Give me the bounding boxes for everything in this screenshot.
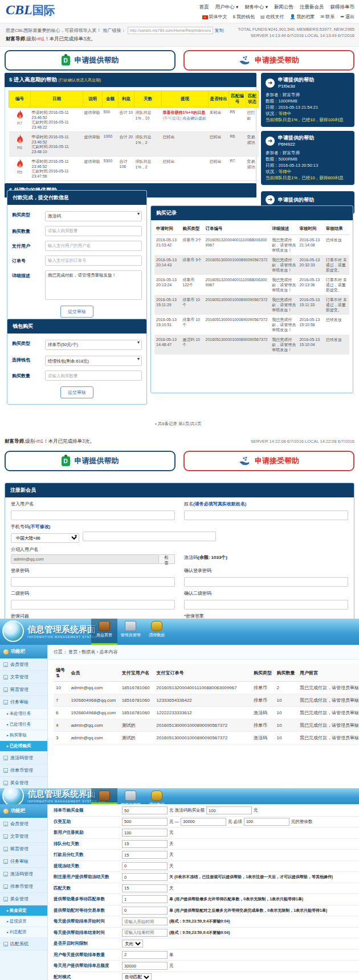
secondary-password-confirm-input[interactable] <box>184 600 348 610</box>
sidebar-subitem-active[interactable]: 奖金设定 <box>0 905 47 916</box>
settings-input[interactable] <box>206 806 252 814</box>
sidebar-item[interactable]: ▤匹配系统 <box>0 938 47 950</box>
secondary-password-input[interactable] <box>11 600 175 610</box>
provide-help-button[interactable]: D 申请提供帮助 <box>5 50 176 71</box>
settings-input[interactable] <box>122 884 168 892</box>
settings-input[interactable] <box>122 951 168 959</box>
sidebar-item[interactable]: ▤留言管理 <box>0 683 47 696</box>
sidebar-item[interactable]: ▤奖金管理 <box>0 777 47 789</box>
accept-help-button[interactable]: 申请接受帮助 <box>183 50 354 71</box>
settings-input[interactable] <box>122 806 168 814</box>
settings-input[interactable] <box>181 818 226 826</box>
clipboard-icon: D <box>62 56 70 65</box>
subnav-item[interactable]: $我的钱包 <box>233 14 255 20</box>
sidebar-item[interactable]: ▤文章管理 <box>0 671 47 683</box>
nav-item[interactable]: 获得排单币 <box>331 4 355 11</box>
wallet-type-select[interactable]: 排单币(50元/个) <box>45 340 142 350</box>
promo-link-input[interactable] <box>128 27 213 34</box>
username-input[interactable] <box>11 510 175 520</box>
table-row: 2016-05-13 21:03:42排单币 2个201605132000400… <box>154 235 349 256</box>
sidebar-item[interactable]: ▤奖金管理 <box>0 893 47 905</box>
toolbar-item-2[interactable]: 清理数据 <box>144 788 170 804</box>
sidebar-item[interactable]: ▤排单币管理 <box>0 764 47 777</box>
site-logo[interactable]: CBL国际 <box>6 2 55 18</box>
sidebar-item[interactable]: ▤会员管理 <box>0 658 47 671</box>
settings-unit: 元 激活码购买金额 <box>169 808 205 813</box>
doc-icon: ▤ <box>3 675 8 680</box>
admin-header-1: 信息管理系统界面INFORMATION MANAGEMENT SYSTEM GU… <box>0 619 359 645</box>
settings-select[interactable]: 自动匹配 <box>122 973 152 980</box>
sidebar-subitem[interactable]: 提现设置 <box>0 916 47 927</box>
password-confirm-input[interactable] <box>184 577 348 587</box>
nav-item[interactable]: 用户中心 ▾ <box>215 4 239 11</box>
realname-input[interactable] <box>184 510 348 520</box>
sidebar-item[interactable]: ▤排单币管理 <box>0 880 47 893</box>
sidebar-subitem[interactable]: 未处理任务 <box>0 709 47 719</box>
submit-review-button[interactable]: 提交审核 <box>60 306 93 318</box>
toolbar-item-1[interactable]: 管理员管理 <box>117 788 144 804</box>
sidebar-item[interactable]: ▤会员管理 <box>0 818 47 830</box>
toolbar-item-0[interactable]: 后台首页 <box>91 788 117 804</box>
settings-input[interactable] <box>122 873 168 881</box>
settings-input[interactable] <box>122 840 168 848</box>
toolbar-item-2[interactable]: 清理数据 <box>144 619 170 645</box>
toolbar-item-1[interactable]: 管理员管理 <box>117 619 144 645</box>
subnav-item[interactable]: 👤我的档案 <box>290 14 315 20</box>
settings-input[interactable] <box>122 929 168 937</box>
type-cell: 激活码 10个 <box>181 335 203 355</box>
settings-unit: 元 — <box>169 819 179 825</box>
provide-help-button-2[interactable]: D 申请提供帮助 <box>5 451 176 471</box>
subnav-item[interactable]: ➦退出 <box>340 14 354 20</box>
settings-row: 提供帮助配对等待交易单数单 (用户提供帮助配对之后最多允许等待交易完成单数，0表… <box>54 905 359 917</box>
wallet-select[interactable]: 经理钱包(剩余:618元) <box>45 356 142 366</box>
settings-input[interactable] <box>122 829 168 837</box>
sidebar-item[interactable]: ▤文章管理 <box>0 830 47 843</box>
purchase-qty-input[interactable] <box>45 226 142 236</box>
phone-input[interactable] <box>83 532 216 541</box>
sidebar-item[interactable]: ▤任务审核 <box>0 696 47 709</box>
settings-input[interactable] <box>122 962 168 970</box>
subnav-item[interactable]: ✉联系 <box>321 14 335 20</box>
phone-region-select[interactable]: 中国大陆+86 <box>11 533 79 543</box>
purchase-type-select[interactable]: 激活码 <box>45 211 142 221</box>
subnav-item[interactable]: ▤在线支付 <box>260 14 284 20</box>
check-button[interactable]: 检查 <box>159 554 175 564</box>
settings-input[interactable] <box>122 851 168 859</box>
sidebar-item[interactable]: ▤激活码管理 <box>0 752 47 764</box>
payment-form-card: 付款完成，提交付款信息 购买类型激活码 购买数量 支付用户 订单号 详细描述我已… <box>7 190 147 324</box>
message-cell: 我已完成付款，请管理员审核 <box>297 707 359 719</box>
days-cell: 排队日息 1%，10 <box>134 108 162 132</box>
password-input[interactable] <box>11 577 175 587</box>
settings-input[interactable] <box>122 907 168 915</box>
settings-input[interactable] <box>244 818 289 826</box>
toolbar-item-0[interactable]: 后台首页 <box>91 619 117 645</box>
sidebar-subitem[interactable]: 已处理任务 <box>0 719 47 730</box>
confirm-withdraw-link[interactable]: 点击确认提款 <box>182 116 206 120</box>
settings-input[interactable] <box>122 895 168 903</box>
desc-textarea[interactable]: 我已完成付款，请管理员审核发放！ <box>45 270 142 300</box>
copy-button[interactable]: 复制 <box>215 27 224 34</box>
wallet-qty-input[interactable] <box>45 370 142 381</box>
nav-item[interactable]: 注册新会员 <box>300 4 324 11</box>
sidebar-subitem[interactable]: 购买审核 <box>0 730 47 741</box>
settings-input[interactable] <box>122 818 168 826</box>
wallet-submit-button[interactable]: 提交审核 <box>60 386 93 398</box>
nav-item[interactable]: 新闻公告 <box>274 4 293 11</box>
accept-help-button-2[interactable]: 申请接受帮助 <box>183 451 354 471</box>
sidebar-item[interactable]: ▤留言管理 <box>0 843 47 855</box>
column-header: 会员 <box>68 664 119 682</box>
payer-input[interactable] <box>45 241 142 251</box>
sidebar-item[interactable]: ▤激活码管理 <box>0 868 47 880</box>
sidebar-subitem-active[interactable]: 已处理购买 <box>0 741 47 752</box>
sidebar-item[interactable]: ▤任务审核 <box>0 855 47 868</box>
nav-item[interactable]: 首页 <box>199 4 209 11</box>
nav-item[interactable]: 财务中心 ▾ <box>244 4 268 11</box>
settings-input[interactable] <box>122 917 168 925</box>
settings-unit: 单 <box>169 952 174 958</box>
settings-input[interactable] <box>122 862 168 870</box>
settings-select[interactable]: 关闭 <box>122 940 143 948</box>
sidebar-subitem[interactable]: 利息配置 <box>0 927 47 938</box>
order-no-input[interactable] <box>45 256 142 266</box>
time-cell: 2016-05-13 20:13:24 <box>154 275 181 295</box>
subnav-item[interactable]: ★简体中文 <box>202 14 227 20</box>
